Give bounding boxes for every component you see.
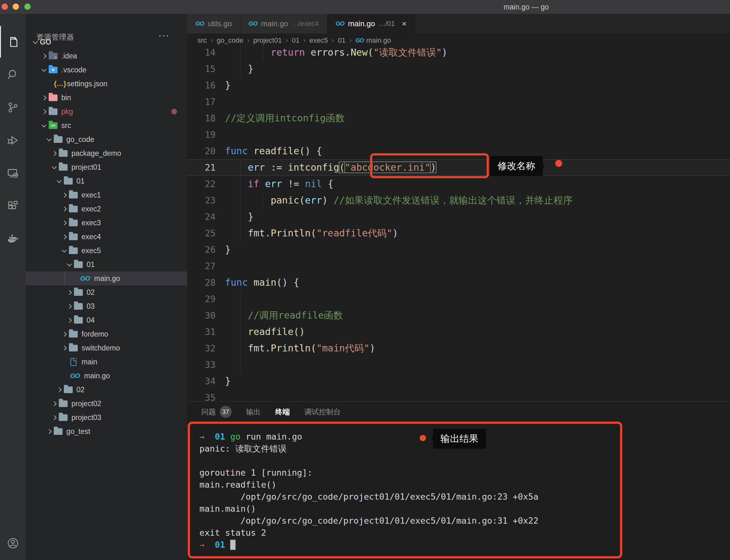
breadcrumb-item[interactable]: exec5 bbox=[309, 36, 328, 45]
tree-item-package_demo[interactable]: package_demo bbox=[26, 146, 187, 160]
chevron-right-icon[interactable] bbox=[59, 207, 69, 211]
code-line-16[interactable]: 16} bbox=[187, 77, 730, 94]
code-line-14[interactable]: 14 return errors.New("读取文件错误") bbox=[187, 44, 730, 61]
code-line-27[interactable]: 27 bbox=[187, 258, 730, 274]
tree-item-01[interactable]: 01 bbox=[26, 258, 187, 271]
run-debug-icon[interactable] bbox=[0, 125, 26, 156]
tree-item-exec5[interactable]: exec5 bbox=[26, 244, 187, 258]
tree-item-go_code[interactable]: go_code bbox=[26, 132, 187, 146]
tree-item-pkg[interactable]: pkg bbox=[26, 105, 187, 119]
chevron-right-icon[interactable] bbox=[59, 193, 69, 197]
tree-item-bin[interactable]: bin bbox=[26, 91, 187, 105]
chevron-right-icon[interactable] bbox=[59, 221, 69, 225]
code-line-31[interactable]: 31 readfile() bbox=[187, 324, 730, 340]
docker-icon[interactable] bbox=[0, 223, 26, 255]
tree-item-exec4[interactable]: exec4 bbox=[26, 230, 187, 244]
chevron-right-icon[interactable] bbox=[44, 430, 54, 433]
code-line-33[interactable]: 33 bbox=[187, 356, 730, 373]
chevron-right-icon[interactable] bbox=[59, 332, 69, 336]
breadcrumb-item[interactable]: 01 bbox=[292, 36, 299, 45]
panel-tab-问题[interactable]: 问题37 bbox=[201, 406, 232, 418]
breadcrumb-item[interactable]: src bbox=[198, 36, 207, 45]
explorer-icon[interactable] bbox=[0, 26, 26, 58]
tree-item-src[interactable]: src bbox=[26, 119, 187, 132]
window-minimize-button[interactable] bbox=[13, 3, 19, 10]
code-line-30[interactable]: 30 //调用readfile函数 bbox=[187, 307, 730, 324]
tree-item-fordemo[interactable]: fordemo bbox=[26, 327, 187, 341]
breadcrumb-file[interactable]: main.go bbox=[366, 36, 391, 45]
chevron-down-icon[interactable] bbox=[64, 264, 74, 266]
chevron-right-icon[interactable] bbox=[39, 96, 49, 100]
breadcrumb-item[interactable]: project01 bbox=[253, 36, 282, 45]
tree-item-go_test[interactable]: go_test bbox=[26, 424, 187, 438]
chevron-right-icon[interactable] bbox=[49, 152, 59, 155]
code-line-28[interactable]: 28func main() { bbox=[187, 274, 730, 291]
tree-item-project03[interactable]: project03 bbox=[26, 411, 187, 424]
tree-item-switchdemo[interactable]: switchdemo bbox=[26, 341, 187, 355]
search-icon[interactable] bbox=[0, 59, 26, 90]
code-editor[interactable]: 14 return errors.New("读取文件错误")15 }16}171… bbox=[187, 44, 730, 401]
tree-item-settings.json[interactable]: {…}settings.json bbox=[26, 77, 187, 91]
panel-tab-调试控制台[interactable]: 调试控制台 bbox=[304, 407, 341, 417]
source-control-icon[interactable] bbox=[0, 92, 26, 123]
code-line-34[interactable]: 34} bbox=[187, 373, 730, 389]
chevron-down-icon[interactable] bbox=[44, 138, 54, 141]
chevron-down-icon[interactable] bbox=[49, 166, 59, 168]
code-line-15[interactable]: 15 } bbox=[187, 61, 730, 77]
chevron-right-icon[interactable] bbox=[64, 305, 74, 308]
chevron-right-icon[interactable] bbox=[59, 235, 69, 239]
tree-item-02[interactable]: 02 bbox=[26, 285, 187, 299]
tree-item-project02[interactable]: project02 bbox=[26, 397, 187, 411]
chevron-right-icon[interactable] bbox=[49, 402, 59, 405]
chevron-down-icon[interactable] bbox=[39, 125, 49, 127]
terminal-output[interactable]: → 01 go run main.gopanic: 读取文件错误 gorouti… bbox=[199, 431, 538, 551]
chevron-right-icon[interactable] bbox=[64, 291, 74, 294]
breadcrumb-item[interactable]: 01 bbox=[338, 36, 345, 45]
code-line-23[interactable]: 23 panic(err) //如果读取文件发送错误，就输出这个错误，并终止程序 bbox=[187, 192, 730, 209]
editor-tab-utils.go[interactable]: GOutils.go bbox=[187, 14, 240, 33]
code-line-18[interactable]: 18//定义调用intconfig函数 bbox=[187, 110, 730, 126]
tree-item-04[interactable]: 04 bbox=[26, 313, 187, 327]
code-line-17[interactable]: 17 bbox=[187, 94, 730, 110]
chevron-right-icon[interactable] bbox=[39, 110, 49, 113]
tree-item-main.go[interactable]: GOmain.go bbox=[26, 271, 187, 285]
tree-item-exec1[interactable]: exec1 bbox=[26, 188, 187, 202]
code-line-29[interactable]: 29 bbox=[187, 291, 730, 307]
tree-item-GO[interactable]: GO bbox=[26, 35, 187, 49]
chevron-right-icon[interactable] bbox=[54, 388, 64, 392]
remote-explorer-icon[interactable] bbox=[0, 157, 26, 189]
window-close-button[interactable] bbox=[2, 3, 8, 10]
chevron-right-icon[interactable] bbox=[64, 319, 74, 322]
chevron-down-icon[interactable] bbox=[54, 180, 64, 182]
code-line-24[interactable]: 24 } bbox=[187, 209, 730, 225]
tree-item-main[interactable]: main bbox=[26, 355, 187, 369]
tree-item-.vscode[interactable]: .vscode bbox=[26, 63, 187, 77]
code-line-19[interactable]: 19 bbox=[187, 126, 730, 143]
editor-tab-main.go[interactable]: GOmain.go.../01× bbox=[327, 14, 415, 33]
tree-item-main.go[interactable]: GOmain.go bbox=[26, 369, 187, 383]
code-line-26[interactable]: 26} bbox=[187, 241, 730, 258]
tree-item-exec2[interactable]: exec2 bbox=[26, 202, 187, 216]
chevron-right-icon[interactable] bbox=[59, 346, 69, 350]
panel-tab-终端[interactable]: 终端 bbox=[275, 407, 290, 417]
chevron-down-icon[interactable] bbox=[59, 250, 69, 252]
panel-tab-输出[interactable]: 输出 bbox=[246, 407, 261, 417]
breadcrumb-item[interactable]: go_code bbox=[217, 36, 243, 45]
tree-item-project01[interactable]: project01 bbox=[26, 160, 187, 174]
tree-item-exec3[interactable]: exec3 bbox=[26, 216, 187, 230]
code-line-35[interactable]: 35 bbox=[187, 389, 730, 401]
extensions-icon[interactable] bbox=[0, 190, 26, 222]
tree-item-.idea[interactable]: .idea bbox=[26, 49, 187, 63]
chevron-down-icon[interactable] bbox=[30, 41, 40, 43]
chevron-down-icon[interactable] bbox=[39, 69, 49, 71]
close-icon[interactable]: × bbox=[402, 19, 407, 29]
account-icon[interactable] bbox=[0, 527, 26, 559]
editor-tab-main.go[interactable]: GOmain.go.../exec4 bbox=[240, 14, 327, 33]
chevron-right-icon[interactable] bbox=[39, 54, 49, 58]
tree-item-01[interactable]: 01 bbox=[26, 174, 187, 188]
code-line-25[interactable]: 25 fmt.Println("readfile代码") bbox=[187, 225, 730, 241]
window-zoom-button[interactable] bbox=[24, 3, 31, 10]
chevron-right-icon[interactable] bbox=[49, 416, 59, 419]
tree-item-02[interactable]: 02 bbox=[26, 383, 187, 397]
code-line-32[interactable]: 32 fmt.Println("main代码") bbox=[187, 340, 730, 356]
